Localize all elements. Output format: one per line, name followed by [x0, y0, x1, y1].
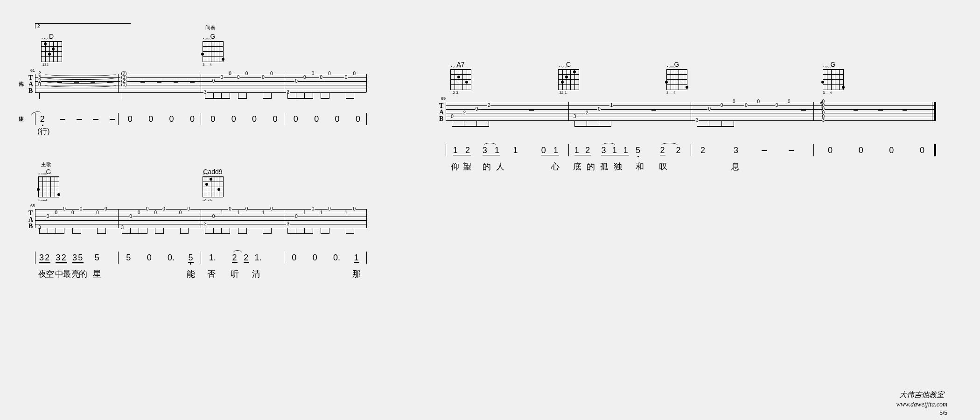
staff-line3: 69 TAB 0202320130000000000003⇡ [446, 102, 936, 124]
chord-G-3: G ×○○○3----4 [666, 61, 687, 91]
chord-Cadd9: Cadd9 × ○-21-3- [203, 168, 223, 199]
bar-number-69: 69 [441, 96, 446, 101]
section-label-verse: 主歌 [41, 161, 51, 168]
melody-line3: 123110112311522230000 [446, 146, 936, 160]
volta-2: 2 [35, 23, 131, 28]
footer-credit: 大伟吉他教室 www.daweijita.com [896, 390, 947, 408]
melody-line2: 3232355500.51.221.000.1 [35, 253, 366, 267]
chord-C: C × ○ ○-32-1- [558, 61, 579, 91]
chord-D: D ××○-132 [41, 33, 62, 63]
strum-arrow-icon: ⇡ [819, 104, 823, 109]
chord-G-4: G ×○○○3----4 [823, 61, 843, 91]
section-label-interlude: 间奏 [205, 24, 216, 31]
staff-line1: 61 TAB 2320(2)(3)(2)(0)3000000030000000 [35, 74, 366, 96]
melody-line1: 2000000000000 [35, 114, 366, 128]
tab-clef-icon: TAB [28, 210, 33, 230]
lyrics-line2: 夜空中最亮的星能否听清那 [35, 268, 366, 280]
melody-extra-xing: (行) [37, 127, 50, 137]
chord-A7: A7 ×○ ○ ○--2-3- [450, 61, 471, 91]
bar-number-61: 61 [30, 68, 35, 73]
page-number: 5/5 [939, 410, 947, 416]
chord-G-1: G ×○○○3----4 [203, 33, 223, 63]
staff-line2: 65 TAB 30000000300000003010101030101010 [35, 209, 366, 231]
tab-clef-icon: TAB [28, 75, 33, 94]
chord-G-2: G ×○○○3----4 [38, 168, 59, 199]
tab-clef-icon: TAB [439, 103, 444, 122]
bar-number-65: 65 [30, 203, 35, 208]
lyrics-line3: 仰望的人心底的孤独和叹息 [446, 161, 936, 173]
